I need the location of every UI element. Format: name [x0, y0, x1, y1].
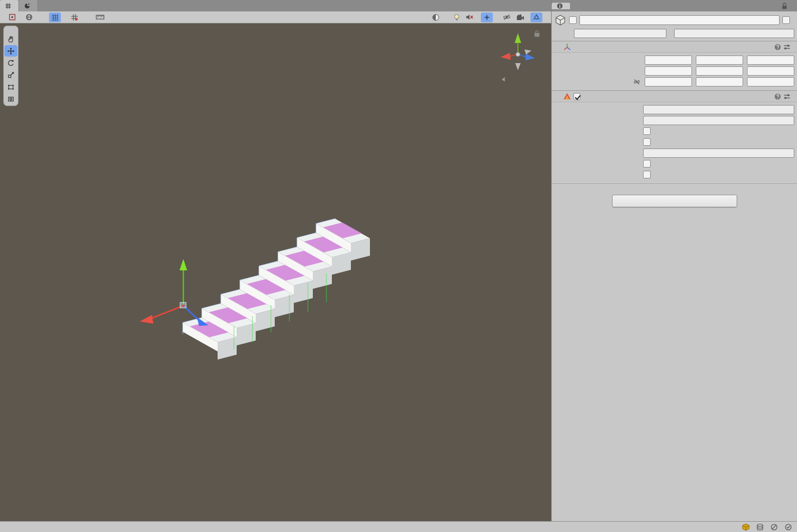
snap-increment-button[interactable]: [94, 13, 107, 22]
grid-visibility-button[interactable]: [49, 13, 61, 22]
gizmos-button[interactable]: [530, 13, 542, 22]
position-z-field[interactable]: [747, 55, 794, 65]
status-bar: [0, 521, 797, 532]
shaded-sphere-icon: [432, 14, 440, 21]
tab-scene[interactable]: [0, 0, 19, 11]
lightbulb-icon: [453, 14, 460, 21]
scale-x-field[interactable]: [645, 77, 692, 86]
add-component-button[interactable]: [612, 195, 737, 207]
rect-tool-button[interactable]: [4, 81, 17, 92]
scale-link-icon[interactable]: [633, 78, 640, 85]
gameobject-active-checkbox[interactable]: [569, 16, 577, 24]
scale-icon: [7, 71, 15, 79]
navmeshmodifier-enabled-checkbox[interactable]: [573, 93, 580, 100]
presets-icon[interactable]: [783, 44, 790, 50]
snap-increment-dropdown[interactable]: [108, 13, 113, 22]
gizmo-neg-z-cone[interactable]: [524, 50, 532, 54]
tab-inspector[interactable]: [552, 3, 571, 9]
gizmo-neg-y-cone[interactable]: [515, 63, 521, 70]
static-checkbox[interactable]: [782, 16, 790, 24]
global-mode-button[interactable]: [23, 13, 39, 22]
scale-y-field[interactable]: [696, 77, 743, 86]
gizmos-dropdown[interactable]: [543, 13, 549, 22]
gizmo-z-cone[interactable]: [526, 53, 535, 60]
scene-panel: [0, 0, 551, 521]
scene-audio-button[interactable]: [464, 13, 475, 22]
no-network-status-icon[interactable]: [770, 523, 779, 531]
rotation-y-field[interactable]: [696, 66, 743, 76]
audio-muted-icon: [466, 14, 473, 21]
scene-tabstrip: [0, 0, 551, 11]
position-y-field[interactable]: [696, 55, 743, 65]
pivot-icon: [9, 14, 16, 21]
package-manager-status-icon[interactable]: [742, 523, 750, 531]
tag-dropdown[interactable]: [574, 29, 666, 38]
rect-tool-icon: [7, 83, 15, 91]
scale-z-field[interactable]: [747, 77, 794, 86]
scene-effects-button[interactable]: [481, 13, 493, 22]
move-icon: [7, 47, 15, 55]
help-icon[interactable]: [774, 44, 781, 51]
override-generate-links-checkbox[interactable]: [643, 160, 651, 168]
scene-tab-menu-icon[interactable]: [545, 0, 551, 11]
layer-dropdown[interactable]: [674, 29, 794, 38]
gizmo-x-cone[interactable]: [501, 53, 511, 60]
gizmo-x-arrow: [140, 315, 153, 324]
scale-row: [554, 76, 794, 87]
hand-icon: [7, 35, 15, 43]
transform-tool-icon: [7, 95, 15, 103]
area-type-dropdown[interactable]: [643, 149, 794, 158]
grid-snap-dropdown[interactable]: [82, 13, 87, 22]
rotate-icon: [7, 59, 15, 67]
position-x-field[interactable]: [645, 55, 692, 65]
area-type-row: [554, 147, 794, 158]
orientation-gizmo[interactable]: [501, 31, 539, 82]
tools-palette: [3, 26, 18, 106]
scene-3d-view[interactable]: [0, 23, 551, 521]
generate-links-checkbox[interactable]: [643, 171, 651, 178]
transform-component: [552, 41, 797, 90]
cube-icon: [554, 14, 566, 26]
background-tasks-status-icon[interactable]: [784, 523, 793, 531]
tab-game[interactable]: [19, 0, 38, 11]
grid-snap-button[interactable]: [69, 13, 81, 22]
scene-effects-dropdown[interactable]: [494, 13, 499, 22]
grid-visibility-dropdown[interactable]: [62, 13, 67, 22]
apply-to-children-checkbox[interactable]: [643, 127, 651, 135]
hidden-objects-button[interactable]: [501, 13, 513, 22]
gizmo-y-arrow: [180, 259, 187, 270]
mode-dropdown[interactable]: [643, 105, 794, 114]
gizmo-y-cone[interactable]: [515, 33, 521, 43]
translate-gizmo[interactable]: [140, 259, 208, 326]
inspector-panel: [551, 0, 797, 521]
ruler-icon: [96, 14, 104, 21]
scene-lighting-button[interactable]: [451, 13, 462, 22]
gameobject-header: [552, 11, 797, 41]
presets-icon[interactable]: [783, 94, 790, 100]
rotation-x-field[interactable]: [645, 66, 692, 76]
inspector-lock-icon[interactable]: [779, 3, 790, 9]
override-area-checkbox[interactable]: [643, 138, 651, 146]
scale-tool-button[interactable]: [4, 69, 17, 81]
affected-agents-dropdown[interactable]: [643, 116, 794, 125]
gameobject-name-field[interactable]: [579, 15, 780, 25]
game-icon: [24, 3, 30, 9]
inspector-tabstrip: [552, 0, 797, 11]
move-tool-button[interactable]: [4, 45, 17, 57]
transform-tool-button[interactable]: [4, 93, 17, 104]
help-icon[interactable]: [774, 93, 781, 100]
apply-to-children-row: [554, 126, 794, 137]
pivot-mode-button[interactable]: [7, 13, 22, 22]
gizmo-lock-icon[interactable]: [535, 31, 539, 37]
hand-tool-button[interactable]: [4, 33, 17, 45]
scene-camera-button[interactable]: [514, 13, 529, 22]
override-generate-links-row: [554, 158, 794, 169]
cache-server-status-icon[interactable]: [756, 523, 764, 531]
2d-toggle-button[interactable]: [446, 13, 450, 22]
scene-viewport[interactable]: [0, 23, 551, 521]
rotation-z-field[interactable]: [747, 66, 794, 76]
draw-mode-button[interactable]: [430, 13, 444, 22]
rotate-tool-button[interactable]: [4, 57, 17, 69]
rotation-row: [554, 65, 794, 76]
eye-slash-icon: [503, 14, 511, 21]
